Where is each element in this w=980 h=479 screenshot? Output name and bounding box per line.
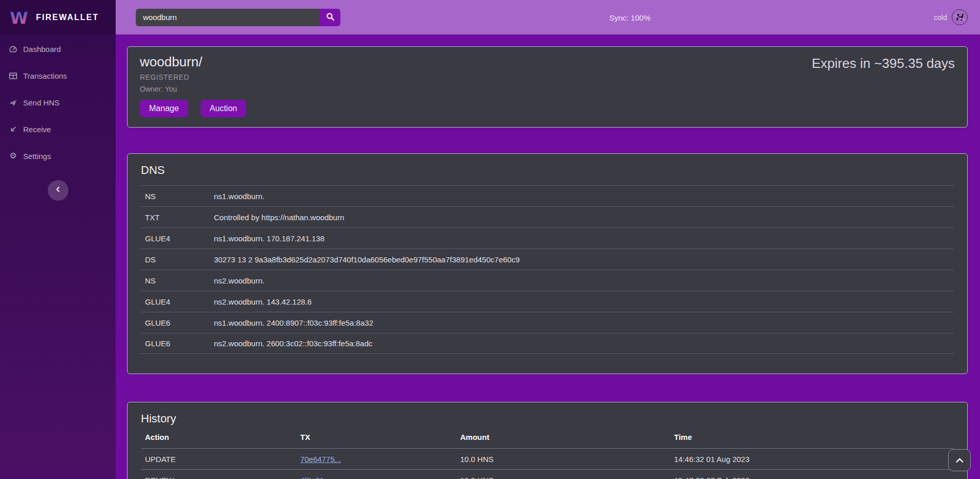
dns-record-row: NSns2.woodburn. xyxy=(141,270,954,291)
dns-record-type: GLUE6 xyxy=(141,339,214,348)
dns-record-row: GLUE6ns1.woodburn. 2400:8907::f03c:93ff:… xyxy=(141,312,954,333)
sidebar-collapse-button[interactable] xyxy=(48,180,68,201)
history-card-title: History xyxy=(141,412,954,425)
history-col-time: Time xyxy=(674,433,954,441)
search-input[interactable] xyxy=(136,9,320,26)
dns-record-value: ns1.woodburn. xyxy=(214,192,954,201)
sidebar-item-transactions[interactable]: Transactions xyxy=(0,62,116,89)
main-area: Sync: 100% cold H woodburn/ REGISTERED O… xyxy=(116,0,980,479)
history-row: UPDATE70e64775...10.0 HNS14:46:32 01 Aug… xyxy=(141,448,954,469)
history-tx-cell: 70e64775... xyxy=(300,455,460,464)
history-tx-cell: 4f6e31... xyxy=(300,476,460,479)
dns-card: DNS NSns1.woodburn.TXTControlled by http… xyxy=(127,153,968,374)
dns-table: NSns1.woodburn.TXTControlled by https://… xyxy=(141,185,954,354)
dns-record-type: GLUE4 xyxy=(141,234,214,243)
chevron-up-icon xyxy=(955,457,964,466)
sync-status: Sync: 100% xyxy=(609,13,650,22)
topbar: Sync: 100% cold H xyxy=(116,0,980,34)
sidebar-item-label: Dashboard xyxy=(23,45,61,54)
dns-record-value: ns1.woodburn. 2400:8907::f03c:93ff:fe5a:… xyxy=(214,318,954,327)
dns-record-row: GLUE4ns1.woodburn. 170.187.241.138 xyxy=(141,227,954,249)
dns-record-row: GLUE4ns2.woodburn. 143.42.128.6 xyxy=(141,291,954,312)
wallet-name: cold xyxy=(934,13,947,22)
scroll-to-top-button[interactable] xyxy=(948,449,971,471)
sidebar-item-label: Receive xyxy=(23,125,51,134)
content: woodburn/ REGISTERED Owner: You Manage A… xyxy=(116,34,980,479)
sidebar-item-receive[interactable]: Receive xyxy=(0,116,116,143)
sidebar-item-label: Transactions xyxy=(23,72,67,80)
domain-expires: Expires in ~395.35 days xyxy=(812,56,955,72)
tx-link[interactable]: 4f6e31... xyxy=(300,476,330,479)
auction-button[interactable]: Auction xyxy=(201,100,246,117)
dns-record-value: ns2.woodburn. 2600:3c02::f03c:93ff:fe5a:… xyxy=(214,339,954,348)
sidebar-header: W FIREWALLET xyxy=(0,0,116,34)
history-amount: 10.0 HNS xyxy=(460,455,674,464)
dns-record-value: ns1.woodburn. 170.187.241.138 xyxy=(214,234,954,243)
history-col-action: Action xyxy=(141,433,300,441)
settings-icon: ⚙ xyxy=(9,152,17,161)
dns-record-type: NS xyxy=(141,276,214,285)
domain-buttons: Manage Auction xyxy=(140,100,955,117)
sidebar-item-dashboard[interactable]: Dashboard xyxy=(0,36,116,62)
history-card: History Action TX Amount Time UPDATE70e6… xyxy=(127,402,968,479)
sidebar-item-label: Settings xyxy=(23,152,51,161)
history-header-row: Action TX Amount Time xyxy=(141,425,954,448)
history-amount: 10.0 HNS xyxy=(460,476,674,479)
dns-record-type: GLUE6 xyxy=(141,318,214,327)
history-col-tx: TX xyxy=(300,433,460,441)
history-row: RENEW4f6e31...10.0 HNS15:47:26 07 Feb 20… xyxy=(141,469,954,479)
dns-record-type: GLUE4 xyxy=(141,297,214,306)
dns-record-row: NSns1.woodburn. xyxy=(141,185,954,206)
sidebar-item-settings[interactable]: ⚙Settings xyxy=(0,143,116,169)
dns-record-value: ns2.woodburn. 143.42.128.6 xyxy=(214,297,954,306)
dns-record-row: DS30273 13 2 9a3a8fb3d625d2a2073d740f10d… xyxy=(141,249,954,270)
handshake-icon[interactable]: H xyxy=(952,9,968,25)
wallet-group: cold H xyxy=(934,9,968,25)
domain-card: woodburn/ REGISTERED Owner: You Manage A… xyxy=(127,46,968,128)
history-action: RENEW xyxy=(141,476,300,479)
sidebar-menu: DashboardTransactionsSend HNSReceive⚙Set… xyxy=(0,34,116,169)
history-body: UPDATE70e64775...10.0 HNS14:46:32 01 Aug… xyxy=(141,448,954,479)
svg-text:W: W xyxy=(10,8,28,28)
search-icon xyxy=(326,12,335,23)
dns-record-type: TXT xyxy=(141,213,214,222)
dns-record-row: TXTControlled by https://nathan.woodburn xyxy=(141,206,954,227)
app-root: W FIREWALLET DashboardTransactionsSend H… xyxy=(0,0,980,479)
history-col-amount: Amount xyxy=(460,433,674,441)
sidebar-item-send-hns[interactable]: Send HNS xyxy=(0,89,116,116)
manage-button[interactable]: Manage xyxy=(140,100,188,117)
dns-record-value: ns2.woodburn. xyxy=(214,276,954,285)
dns-record-type: DS xyxy=(141,255,214,264)
history-time: 15:47:26 07 Feb 2023 xyxy=(674,476,954,479)
tx-link[interactable]: 70e64775... xyxy=(300,455,341,464)
search-button[interactable] xyxy=(320,9,340,26)
domain-status: REGISTERED xyxy=(140,73,955,81)
dns-record-row: GLUE6ns2.woodburn. 2600:3c02::f03c:93ff:… xyxy=(141,333,954,354)
transactions-icon xyxy=(9,72,17,80)
history-time: 14:46:32 01 Aug 2023 xyxy=(674,455,954,464)
receive-icon xyxy=(9,125,17,134)
domain-owner: Owner: You xyxy=(140,85,955,93)
dns-record-type: NS xyxy=(141,192,214,201)
dns-record-value: 30273 13 2 9a3a8fb3d625d2a2073d740f10da6… xyxy=(214,255,954,264)
sidebar-item-label: Send HNS xyxy=(23,98,60,107)
dashboard-icon xyxy=(9,45,17,54)
search-group xyxy=(136,9,340,26)
sidebar: W FIREWALLET DashboardTransactionsSend H… xyxy=(0,0,116,479)
firewallet-logo-icon: W xyxy=(8,7,30,28)
dns-card-title: DNS xyxy=(141,164,954,177)
send-icon xyxy=(9,98,17,107)
chevron-left-icon xyxy=(54,185,62,196)
brand-name: FIREWALLET xyxy=(36,13,99,22)
dns-record-value: Controlled by https://nathan.woodburn xyxy=(214,213,954,222)
history-action: UPDATE xyxy=(141,455,300,464)
